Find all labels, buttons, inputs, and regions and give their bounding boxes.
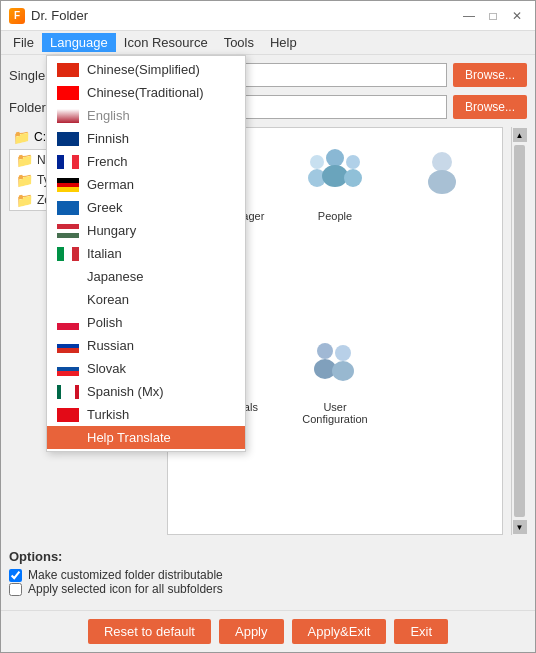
svg-point-7 [322, 165, 348, 187]
language-label: Spanish (Mx) [87, 384, 164, 399]
language-label: Finnish [87, 131, 129, 146]
svg-point-18 [335, 345, 351, 361]
language-label: Japanese [87, 269, 143, 284]
language-label: Korean [87, 292, 129, 307]
language-hungary[interactable]: Hungary [47, 219, 245, 242]
language-chinese-simplified[interactable]: Chinese(Simplified) [47, 58, 245, 81]
svg-point-11 [428, 170, 456, 194]
language-label: Hungary [87, 223, 136, 238]
language-french[interactable]: French [47, 150, 245, 173]
options-section: Options: Make customized folder distribu… [9, 543, 527, 602]
flag-us [57, 109, 79, 123]
language-english[interactable]: English [47, 104, 245, 127]
checkbox-subfolders[interactable] [9, 583, 22, 596]
close-button[interactable]: ✕ [507, 8, 527, 24]
svg-point-6 [326, 149, 344, 167]
language-korean[interactable]: Korean [47, 288, 245, 311]
icon-partial[interactable] [393, 138, 492, 321]
language-italian[interactable]: Italian [47, 242, 245, 265]
language-label: Slovak [87, 361, 126, 376]
language-label: Greek [87, 200, 122, 215]
user-config-svg [305, 335, 365, 395]
svg-point-8 [346, 155, 360, 169]
language-label: Russian [87, 338, 134, 353]
language-label: Chinese(Simplified) [87, 62, 200, 77]
flag-jp [57, 270, 79, 284]
apply-button[interactable]: Apply [219, 619, 284, 644]
checkbox-distributable[interactable] [9, 569, 22, 582]
help-translate-item[interactable]: Help Translate [47, 426, 245, 449]
flag-fr [57, 155, 79, 169]
language-label: English [87, 108, 130, 123]
folder-icon: 📁 [13, 129, 30, 145]
svg-point-9 [344, 169, 362, 187]
flag-gr [57, 201, 79, 215]
browse-button-1[interactable]: Browse... [453, 63, 527, 87]
menu-tools[interactable]: Tools [216, 33, 262, 52]
browse-button-2[interactable]: Browse... [453, 95, 527, 119]
flag-de [57, 178, 79, 192]
folder-icon-zodiac: 📁 [16, 192, 33, 208]
language-japanese[interactable]: Japanese [47, 265, 245, 288]
svg-point-16 [317, 343, 333, 359]
title-bar-left: F Dr. Folder [9, 8, 88, 24]
window-title: Dr. Folder [31, 8, 88, 23]
language-finnish[interactable]: Finnish [47, 127, 245, 150]
folder-icon-numbers: 📁 [16, 152, 33, 168]
language-label: Turkish [87, 407, 129, 422]
language-russian[interactable]: Russian [47, 334, 245, 357]
icon-people-label: People [318, 210, 352, 222]
icon-user-configuration-label: User Configuration [289, 401, 380, 425]
checkbox-subfolders-label: Apply selected icon for all subfolders [28, 582, 223, 596]
language-label: Chinese(Traditional) [87, 85, 204, 100]
language-german[interactable]: German [47, 173, 245, 196]
scrollbar[interactable]: ▲ ▼ [511, 127, 527, 535]
language-label: French [87, 154, 127, 169]
menu-icon-resource[interactable]: Icon Resource [116, 33, 216, 52]
bottom-bar: Reset to default Apply Apply&Exit Exit [1, 610, 535, 652]
title-bar: F Dr. Folder — □ ✕ [1, 1, 535, 31]
svg-point-4 [310, 155, 324, 169]
language-label: Italian [87, 246, 122, 261]
language-label: German [87, 177, 134, 192]
icon-partial-image [410, 142, 474, 206]
checkbox-row-2: Apply selected icon for all subfolders [9, 582, 527, 596]
flag-hu [57, 224, 79, 238]
menu-bar: File Language Icon Resource Tools Help C… [1, 31, 535, 55]
icon-user-configuration[interactable]: User Configuration [285, 329, 384, 524]
language-polish[interactable]: Polish [47, 311, 245, 334]
language-chinese-traditional[interactable]: Chinese(Traditional) [47, 81, 245, 104]
icon-people[interactable]: People [285, 138, 384, 321]
flag-fi [57, 132, 79, 146]
flag-it [57, 247, 79, 261]
folder-icon-type: 📁 [16, 172, 33, 188]
flag-pl [57, 316, 79, 330]
language-greek[interactable]: Greek [47, 196, 245, 219]
language-turkish[interactable]: Turkish [47, 403, 245, 426]
title-controls: — □ ✕ [459, 8, 527, 24]
language-slovak[interactable]: Slovak [47, 357, 245, 380]
reset-button[interactable]: Reset to default [88, 619, 211, 644]
help-translate-label: Help Translate [87, 430, 171, 445]
checkbox-distributable-label: Make customized folder distributable [28, 568, 223, 582]
minimize-button[interactable]: — [459, 8, 479, 24]
flag-translate [57, 431, 79, 445]
options-title: Options: [9, 549, 527, 564]
menu-help[interactable]: Help [262, 33, 305, 52]
icon-user-configuration-image [303, 333, 367, 397]
language-spanish-mx[interactable]: Spanish (Mx) [47, 380, 245, 403]
svg-point-19 [332, 361, 354, 381]
exit-button[interactable]: Exit [394, 619, 448, 644]
flag-cn [57, 63, 79, 77]
partial-svg [412, 144, 472, 204]
people-svg [305, 144, 365, 204]
checkbox-row-1: Make customized folder distributable [9, 568, 527, 582]
flag-mx [57, 385, 79, 399]
maximize-button[interactable]: □ [483, 8, 503, 24]
scrollbar-thumb [514, 145, 525, 517]
menu-file[interactable]: File [5, 33, 42, 52]
flag-tr [57, 408, 79, 422]
apply-exit-button[interactable]: Apply&Exit [292, 619, 387, 644]
menu-language[interactable]: Language [42, 33, 116, 52]
flag-ru [57, 339, 79, 353]
